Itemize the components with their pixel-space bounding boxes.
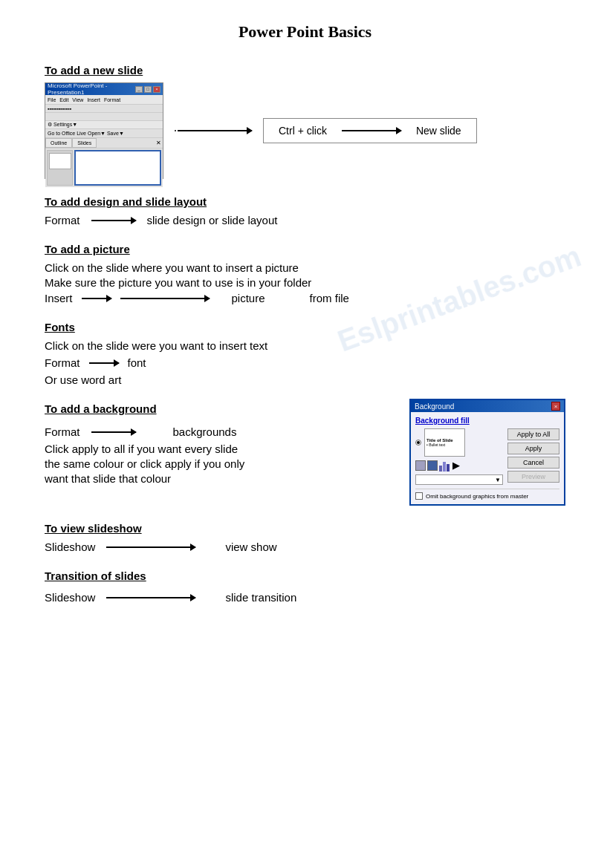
ppt-toolbar2 [45,113,163,121]
section-view-slideshow: To view slideshow Slideshow view show [45,522,565,553]
view-show-label: view show [225,541,276,553]
goto-bar: Go to Office Live Open▼ Save▼ [45,129,163,138]
fonts-instruction: Format font [45,356,565,369]
dialog-bg-fill-label: Background fill [415,417,559,425]
color-swatch2 [427,460,438,471]
bar-chart-icon [439,460,451,471]
page-title: Power Point Basics [45,22,565,42]
preview-button[interactable]: Preview [507,471,559,483]
dialog-checkbox-row: Omit background graphics from master [415,489,559,500]
ppt-content [45,149,163,187]
arrow-insert2 [120,298,210,299]
insert-label: Insert [45,292,73,304]
dialog-title-text: Background [415,402,454,411]
picture-line1: Click on the slide where you want to ins… [45,261,565,274]
design-layout-heading: To add design and slide layout [45,195,565,208]
outline-tab: Outline [45,138,72,148]
slides-panel [47,150,73,186]
dialog-body: Background fill Title of Slide • Bullet … [411,412,564,504]
dialog-preview-area: Title of Slide • Bullet text [415,428,503,457]
toolbar-icons: ▪▪▪▪▪▪▪▪▪▪▪▪▪ [48,106,71,111]
bg-line1: Click apply to all if you want every sli… [45,443,395,455]
color-swatch1 [415,460,426,471]
arrow-line-fonts [89,362,119,364]
dialog-titlebar: Background × [411,400,564,412]
dialog-main-row: Title of Slide • Bullet text [415,428,559,485]
arrow-line [178,130,252,131]
ppt-window-mockup: Microsoft PowerPoint - Presentation1 _ □… [45,82,163,179]
arrow-line-view [106,546,195,548]
ppt-title-text: Microsoft PowerPoint - Presentation1 [48,82,135,96]
preview-bullet-text: • Bullet text [426,443,463,447]
menu-format: Format [104,97,120,102]
tab-close: ✕ [97,138,163,148]
background-dialog: Background × Background fill Title of Sl… [409,399,565,506]
close-btn: × [153,86,160,93]
omit-graphics-checkbox[interactable] [415,492,423,500]
apply-to-all-button[interactable]: Apply to All [507,428,559,440]
slideshow-label-view: Slideshow [45,541,95,553]
section-add-slide: To add a new slide Microsoft PowerPoint … [45,64,565,179]
preview-box: Title of Slide • Bullet text [424,428,465,457]
arrow-line-bg [91,431,136,433]
background-instruction: Format backgrounds [45,425,395,438]
goto-text: Go to Office Live Open▼ Save▼ [45,129,126,137]
menu-edit: Edit [59,97,68,102]
slideshow-label-transition: Slideshow [45,591,95,604]
arrow-line-insert1 [82,298,111,299]
ppt-titlebar-buttons: _ □ × [135,86,160,93]
format-label-fonts: Format [45,356,80,369]
fonts-line1: Click on the slide were you want to inse… [45,339,565,352]
arrow-view [106,546,195,548]
ppt-settings: ⚙ Settings▼ [45,121,163,129]
arrow-line-insert2 [120,298,210,299]
main-slide-area [74,150,161,186]
design-target-label: slide design or slide layout [147,214,278,226]
ppt-titlebar: Microsoft PowerPoint - Presentation1 _ □… [45,83,163,95]
bg-line2: the same colour or click apply if you on… [45,457,395,470]
ppt-tabs: Outline Slides ✕ [45,138,163,149]
view-slideshow-instruction: Slideshow view show [45,541,565,553]
transition-heading: Transition of slides [45,570,565,582]
design-layout-instruction: Format slide design or slide layout [45,214,565,226]
ppt-menubar: File Edit View Insert Format [45,95,163,105]
radio-button[interactable] [415,440,421,446]
bg-text-area: Format backgrounds Click apply to all if… [45,421,395,487]
menu-insert: Insert [87,97,100,102]
format-label-bg: Format [45,425,80,438]
transition-instruction: Slideshow slide transition [45,591,565,604]
dialog-left: Title of Slide • Bullet text [415,428,503,485]
slides-tab: Slides [72,138,97,148]
apply-button[interactable]: Apply [507,443,559,454]
checkbox-label: Omit background graphics from master [426,493,528,500]
section-background: To add a background Format backgrounds C… [45,402,565,506]
arrow-to-new-slide [175,130,252,131]
inner-arrow [342,130,401,131]
arrow-design [91,220,136,221]
arrow-line-transition [106,597,195,598]
close-panel-icon: ✕ [156,140,161,146]
menu-view: View [72,97,83,102]
arrow-insert1 [82,298,111,299]
cancel-button[interactable]: Cancel [507,457,559,469]
add-slide-heading: To add a new slide [45,64,565,76]
ctrl-click-label: Ctrl + click [279,125,327,137]
new-slide-label: New slide [416,125,461,137]
new-slide-box: Ctrl + click New slide [263,118,477,143]
maximize-btn: □ [144,86,152,93]
screenshot-area: Microsoft PowerPoint - Presentation1 _ □… [45,82,565,179]
picture-instruction: Insert picture from file [45,292,565,304]
dialog-close-button[interactable]: × [551,402,560,411]
backgrounds-label: backgrounds [173,425,237,438]
section-picture: To add a picture Click on the slide wher… [45,243,565,304]
from-file-label: from file [310,292,349,304]
picture-heading: To add a picture [45,243,565,255]
settings-text: ⚙ Settings▼ [48,122,77,128]
dialog-dropdown[interactable]: ▼ [415,474,503,485]
fonts-heading: Fonts [45,321,565,333]
arrow-line-design [91,220,136,221]
bg-line3: want that slide that colour [45,472,395,485]
color-arrow-icon: ▶ [452,460,459,471]
font-target-label: font [128,356,146,369]
dialog-buttons-area: Apply to All Apply Cancel Preview [507,428,559,483]
